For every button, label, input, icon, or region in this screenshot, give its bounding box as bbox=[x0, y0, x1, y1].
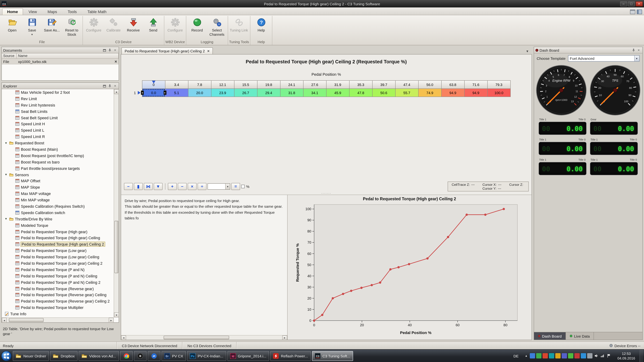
taskbar-blue-app-button[interactable] bbox=[148, 351, 160, 361]
taskbar-clock[interactable]: 12:5304.09.2016 bbox=[614, 351, 638, 361]
tray-app-red[interactable] bbox=[543, 353, 548, 359]
table-cell-4[interactable]: 26.7 bbox=[234, 89, 257, 97]
explorer-item-boost-request-vs-baro[interactable]: Boost Request vs baro bbox=[2, 159, 114, 165]
value-combo[interactable]: ▼ bbox=[208, 183, 230, 190]
explorer-item-pedal-to-requested-torque-p-and-n-ceiling[interactable]: Pedal to Requested Torque (P and N) Ceil… bbox=[2, 273, 114, 279]
table-cell-12[interactable]: 74.9 bbox=[418, 89, 441, 97]
taskbar-dropbox-button[interactable]: Dropbox bbox=[50, 351, 78, 361]
close-button[interactable]: × bbox=[636, 1, 642, 6]
add-button[interactable]: + bbox=[168, 183, 177, 190]
start-button[interactable] bbox=[1, 351, 12, 361]
equals-button[interactable]: = bbox=[231, 183, 240, 190]
interpolate-button[interactable]: ⋈ bbox=[144, 183, 153, 190]
column-header-12[interactable]: 56.0 bbox=[418, 81, 441, 88]
multiply-button[interactable]: × bbox=[188, 183, 196, 190]
explorer-item-requested-boost[interactable]: ▼Requested Boost bbox=[2, 140, 114, 146]
explorer-item-pedal-to-requested-torque-low-gear-ceiling-2[interactable]: Pedal to Requested Torque (Low gear) Cei… bbox=[2, 260, 114, 267]
taskbar-reflash-power-button[interactable]: Reflash Power... bbox=[270, 351, 311, 361]
explorer-item-pedal-to-requested-torque-p-and-n-ceiling-2[interactable]: Pedal to Requested Torque (P and N) Ceil… bbox=[2, 279, 114, 285]
column-header-6[interactable]: 24.1 bbox=[280, 81, 303, 88]
pin-icon[interactable] bbox=[631, 48, 636, 52]
c3-device-calibrate-button[interactable]: Calibrate bbox=[104, 16, 123, 37]
divide-button[interactable]: ÷ bbox=[198, 183, 206, 190]
column-header-13[interactable]: 63.8 bbox=[442, 81, 464, 88]
logging-record-button[interactable]: Record bbox=[187, 16, 207, 37]
file-open-button[interactable]: Open bbox=[2, 16, 22, 37]
expand-arrow-icon[interactable]: ▼ bbox=[4, 217, 8, 221]
table-cell-9[interactable]: 47.8 bbox=[350, 89, 372, 97]
tray-app-indigo[interactable] bbox=[562, 353, 567, 359]
expand-arrow-icon[interactable]: ▼ bbox=[4, 141, 8, 145]
explorer-item-pedal-to-requested-torque-reverse-gear-ceiling[interactable]: Pedal to Requested Torque (Reverse gear)… bbox=[2, 292, 114, 298]
document-tab[interactable]: Pedal to Requested Torque (High gear) Ce… bbox=[122, 47, 213, 54]
explorer-item-speedo-calibration-switch[interactable]: Speedo Calibration switch bbox=[2, 210, 114, 216]
document-row[interactable]: File xp1000_turbo.stk × bbox=[2, 59, 119, 64]
taskbar-pv-cx-indian-button[interactable]: PsPV-CX-Indian... bbox=[187, 351, 226, 361]
explorer-item-part-throttle-boost-pressure-targets[interactable]: Part throttle boost/pressure targets bbox=[2, 165, 114, 171]
tray-app-crimson[interactable] bbox=[574, 353, 580, 359]
scroll-left-icon[interactable]: ◄ bbox=[121, 336, 126, 340]
column-header-3[interactable]: 12.1 bbox=[212, 81, 234, 88]
column-header-8[interactable]: 31.9 bbox=[326, 81, 349, 88]
minimize-button[interactable]: – bbox=[620, 1, 627, 6]
explorer-item-pedal-to-requested-torque-high-gear-ceiling[interactable]: Pedal to Requested Torque (High gear) Ce… bbox=[2, 235, 114, 241]
table-cell-3[interactable]: 23.9 bbox=[212, 89, 234, 97]
tray-app-amber[interactable] bbox=[556, 353, 561, 359]
explorer-item-pedal-to-requested-torque-reverse-gear[interactable]: Pedal to Requested Torque (Reverse gear) bbox=[2, 285, 114, 292]
decrement-handle-icon[interactable]: ◄ bbox=[141, 91, 144, 95]
table-cell-15[interactable]: 100.0 bbox=[488, 89, 510, 97]
set-value-button[interactable]: ▮ bbox=[134, 183, 143, 190]
explorer-item-seat-belt-limits[interactable]: Seat Belt Limits bbox=[2, 108, 114, 114]
table-cell-11[interactable]: 55.7 bbox=[396, 89, 418, 97]
file-save-as-button[interactable]: Save As... bbox=[42, 16, 62, 37]
table-cell-0[interactable]: 0.0◄► bbox=[142, 89, 165, 97]
column-header-7[interactable]: 27.6 bbox=[304, 81, 326, 88]
increment-handle-icon[interactable]: ► bbox=[164, 91, 166, 95]
tray-app-teal[interactable] bbox=[549, 353, 554, 359]
explorer-item-seat-belt-speed-limit[interactable]: Seat Belt Speed Limit bbox=[2, 114, 114, 121]
name-column-header[interactable]: Name bbox=[17, 53, 119, 58]
column-header-14[interactable]: 71.6 bbox=[465, 81, 487, 88]
close-panel-icon[interactable]: × bbox=[113, 48, 117, 52]
tab-view[interactable]: View bbox=[24, 8, 42, 15]
taskbar-c3-tuning-soft-button[interactable]: C3C3 Tuning Soft... bbox=[312, 351, 353, 361]
tab-maps[interactable]: Maps bbox=[42, 8, 62, 15]
explorer-vertical-scrollbar[interactable]: ▲ ▼ bbox=[114, 89, 119, 318]
table-cell-5[interactable]: 29.4 bbox=[258, 89, 280, 97]
expand-arrow-icon[interactable]: ▼ bbox=[4, 173, 8, 176]
table-cell-14[interactable]: 94.9 bbox=[465, 89, 487, 97]
column-header-4[interactable]: 15.5 bbox=[234, 81, 257, 88]
close-panel-icon[interactable]: × bbox=[113, 84, 117, 88]
table-cell-2[interactable]: 20.0 bbox=[188, 89, 211, 97]
taskbar-pv-cx-button[interactable]: BrPV CX bbox=[161, 351, 186, 361]
explorer-item-speed-limit-h[interactable]: Speed Limit H bbox=[2, 121, 114, 127]
explorer-item-tune-info[interactable]: Tune Info bbox=[2, 311, 114, 317]
column-header-0[interactable]: 0 bbox=[142, 81, 165, 88]
scroll-right-icon[interactable]: ► bbox=[109, 318, 114, 323]
logging-select-channels-button[interactable]: Select Channels bbox=[207, 16, 227, 37]
explorer-item-throttle-drive-by-wire[interactable]: ▼Throttle/Drive By Wire bbox=[2, 216, 114, 222]
explorer-item-max-map-voltage[interactable]: Max MAP voltage bbox=[2, 191, 114, 197]
checkbox[interactable] bbox=[241, 185, 245, 188]
explorer-item-rev-limit-hysteresis[interactable]: Rev Limit hysteresis bbox=[2, 102, 114, 108]
wb2-device-configure-button[interactable]: Configure bbox=[166, 16, 185, 37]
restore-panel-icon[interactable] bbox=[102, 84, 106, 88]
percent-checkbox[interactable]: % bbox=[241, 184, 250, 189]
column-header-15[interactable]: 79.3 bbox=[488, 81, 510, 88]
scroll-right-icon[interactable]: ► bbox=[282, 336, 287, 340]
column-header-5[interactable]: 19.8 bbox=[258, 81, 280, 88]
tray-app-sky[interactable] bbox=[581, 353, 586, 359]
explorer-item-rev-limit[interactable]: Rev Limit bbox=[2, 95, 114, 102]
column-header-9[interactable]: 35.3 bbox=[350, 81, 372, 88]
tray-app-blue[interactable] bbox=[530, 353, 535, 359]
explorer-item-pedal-to-requested-torque-reverse-gear-ceiling-2[interactable]: Pedal to Requested Torque (Reverse gear)… bbox=[2, 298, 114, 305]
close-panel-icon[interactable]: × bbox=[636, 48, 641, 52]
scroll-down-icon[interactable]: ▼ bbox=[114, 313, 119, 318]
network-icon[interactable] bbox=[600, 353, 606, 359]
taskbar-gripone-2014-i-button[interactable]: IdGripone_2014.i... bbox=[227, 351, 269, 361]
pin-icon[interactable] bbox=[108, 84, 112, 88]
table-cell-7[interactable]: 34.1 bbox=[304, 89, 326, 97]
explorer-item-pedal-to-requested-torque-low-gear-ceiling[interactable]: Pedal to Requested Torque (Low gear) Cei… bbox=[2, 254, 114, 260]
c3-device-send-button[interactable]: Send bbox=[144, 16, 163, 37]
explorer-item-pedal-to-requested-torque-high-gear-ceiling-2[interactable]: Pedal to Requested Torque (High gear) Ce… bbox=[2, 241, 114, 248]
